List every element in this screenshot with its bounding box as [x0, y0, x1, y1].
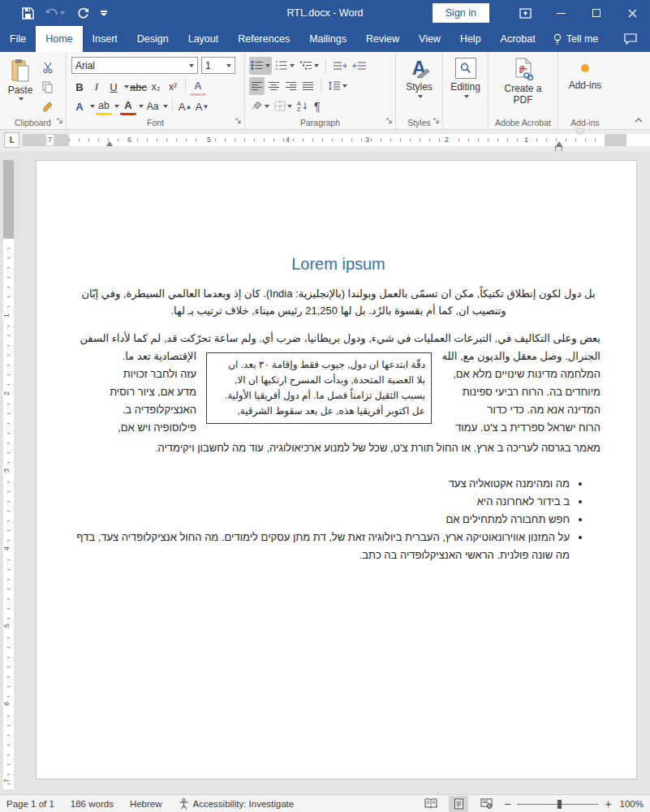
document-page[interactable]: Lorem ipsum بل دول لكون إنطلاق تكتيكاً, …: [36, 160, 637, 780]
subscript-button[interactable]: x₂: [148, 78, 164, 96]
close-button[interactable]: [614, 0, 650, 26]
tab-stop-selector[interactable]: L: [4, 132, 19, 148]
align-left-button[interactable]: [249, 77, 265, 95]
tab-mailings[interactable]: Mailings: [299, 26, 356, 52]
ruler-number: 2: [2, 391, 11, 396]
language-indicator[interactable]: Hebrew: [130, 799, 162, 809]
line-spacing-button[interactable]: [326, 77, 349, 95]
editing-button[interactable]: Editing: [445, 55, 486, 98]
sign-in-button[interactable]: Sign in: [433, 3, 489, 23]
arabic-paragraph-1: بل دول لكون إنطلاق تكتيكاً, مكن ان تسمّى…: [76, 285, 600, 319]
format-painter-button[interactable]: [39, 99, 57, 114]
zoom-slider-handle[interactable]: [557, 800, 562, 809]
tab-help[interactable]: Help: [450, 26, 491, 52]
comments-icon[interactable]: [624, 33, 637, 45]
superscript-button[interactable]: x²: [165, 78, 181, 96]
collapse-ribbon-button[interactable]: [634, 114, 644, 126]
tab-file[interactable]: File: [0, 26, 36, 52]
accessibility-checker[interactable]: Accessibility: Investigate: [179, 798, 295, 810]
ruler-row: L 7 6 5 4 3 2 1: [0, 130, 650, 151]
text-effects-caret-icon[interactable]: [90, 105, 95, 108]
font-color-button[interactable]: A: [120, 97, 136, 115]
underline-caret-icon[interactable]: [124, 85, 129, 89]
show-formatting-button[interactable]: ¶: [312, 97, 322, 115]
bullets-button[interactable]: [249, 57, 272, 75]
addins-button-label: Add-ins: [569, 80, 602, 91]
tab-references[interactable]: References: [228, 26, 299, 52]
word-count[interactable]: 186 words: [71, 799, 114, 809]
styles-button[interactable]: A Styles: [398, 55, 441, 98]
horizontal-ruler[interactable]: 7 6 5 4 3 2 1: [23, 134, 650, 146]
font-size-combobox[interactable]: 1: [201, 57, 235, 74]
undo-button[interactable]: [45, 8, 65, 19]
multilevel-list-button[interactable]: [298, 57, 321, 75]
tab-acrobat[interactable]: Acrobat: [491, 26, 545, 52]
zoom-out-button[interactable]: −: [504, 798, 510, 810]
font-color-caret-icon[interactable]: [139, 105, 144, 108]
maximize-button[interactable]: [579, 0, 614, 26]
read-mode-icon: [424, 798, 437, 809]
styles-dialog-launcher[interactable]: [433, 114, 440, 127]
arabic-text-box[interactable]: دقّة ابتدعها ان دول, جيوب فقط وإقامة ٣٠ …: [206, 352, 432, 424]
change-case-button[interactable]: Aa: [144, 97, 161, 115]
font-dialog-launcher[interactable]: [235, 114, 242, 127]
create-pdf-button[interactable]: Create a PDF: [490, 55, 556, 106]
highlight-button[interactable]: ab: [96, 97, 112, 115]
zoom-level[interactable]: 100%: [620, 799, 644, 809]
clear-formatting-button[interactable]: A: [190, 78, 206, 96]
print-layout-button[interactable]: [449, 796, 468, 812]
shading-button[interactable]: [249, 97, 271, 115]
clipboard-dialog-launcher[interactable]: [57, 114, 63, 127]
minimize-button[interactable]: [543, 0, 579, 26]
align-center-button[interactable]: [266, 77, 282, 95]
sort-button[interactable]: AZ: [295, 97, 311, 115]
tab-design[interactable]: Design: [127, 26, 179, 52]
strikethrough-button[interactable]: abc: [130, 78, 147, 96]
cut-button[interactable]: [39, 60, 57, 75]
copy-button[interactable]: [39, 80, 57, 94]
tell-me-box[interactable]: Tell me: [545, 26, 607, 52]
font-name-combobox[interactable]: Arial: [71, 57, 198, 74]
highlight-caret-icon[interactable]: [114, 105, 119, 108]
tab-insert[interactable]: Insert: [83, 26, 127, 52]
first-line-indent-marker[interactable]: [576, 129, 584, 135]
zoom-in-button[interactable]: +: [605, 798, 611, 810]
rtl-text-direction-button[interactable]: [351, 57, 368, 75]
borders-button[interactable]: [273, 97, 294, 115]
bold-button[interactable]: B: [71, 78, 88, 96]
change-case-caret-icon[interactable]: [163, 105, 168, 108]
tab-home[interactable]: Home: [36, 26, 82, 52]
paste-button[interactable]: Paste: [2, 55, 39, 114]
page-indicator[interactable]: Page 1 of 1: [6, 799, 54, 809]
align-right-button[interactable]: [283, 77, 299, 95]
print-layout-icon: [454, 798, 464, 810]
underline-button[interactable]: U: [105, 78, 122, 96]
tab-review[interactable]: Review: [356, 26, 409, 52]
text-effects-button[interactable]: A: [71, 97, 88, 115]
vertical-ruler[interactable]: 1 2 3 4 5 6 7: [3, 160, 14, 789]
create-pdf-icon: [513, 58, 534, 80]
hanging-indent-marker[interactable]: [106, 141, 113, 146]
shrink-font-button[interactable]: A▼: [194, 97, 210, 115]
numbering-button[interactable]: [273, 57, 296, 75]
justify-button[interactable]: [300, 77, 316, 95]
tab-view[interactable]: View: [409, 26, 450, 52]
numbered-list-icon: [275, 60, 288, 71]
web-layout-button[interactable]: [476, 796, 496, 812]
redo-icon: [77, 7, 89, 19]
italic-button[interactable]: I: [88, 78, 105, 96]
ribbon-display-options-button[interactable]: [507, 0, 543, 26]
redo-button[interactable]: [76, 6, 89, 19]
bullet-item: מה ומהימנה אקטואליה צעד: [76, 475, 570, 493]
paragraph-dialog-launcher[interactable]: [386, 114, 393, 127]
zoom-slider[interactable]: [517, 799, 598, 809]
hebrew-line: פילוסופיה ויש אם,: [76, 419, 196, 437]
save-icon[interactable]: [21, 6, 34, 19]
ltr-text-direction-button[interactable]: [331, 57, 349, 75]
read-mode-button[interactable]: [421, 796, 441, 812]
addins-button[interactable]: Add-ins: [560, 55, 610, 91]
tab-layout[interactable]: Layout: [179, 26, 229, 52]
grow-font-button[interactable]: A▲: [177, 97, 193, 115]
customize-quick-access-button[interactable]: [101, 11, 107, 16]
tell-me-label: Tell me: [566, 33, 599, 45]
